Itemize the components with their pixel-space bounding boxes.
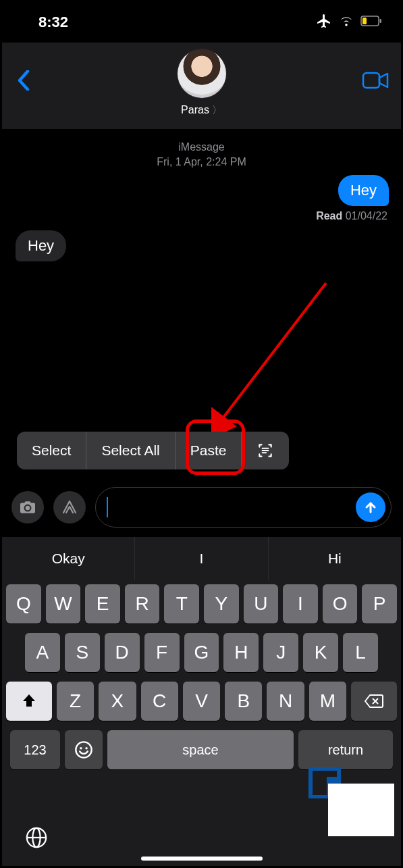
select-button[interactable]: Select bbox=[17, 432, 86, 469]
svg-rect-1 bbox=[362, 18, 367, 24]
key-v[interactable]: V bbox=[183, 682, 220, 721]
status-icons bbox=[316, 13, 382, 32]
text-cursor bbox=[107, 497, 108, 517]
return-key[interactable]: return bbox=[298, 730, 393, 769]
prediction-1[interactable]: Okay bbox=[2, 537, 135, 580]
contact-info[interactable]: Paras 〉 bbox=[2, 49, 401, 116]
read-receipt: Read 01/04/22 bbox=[316, 210, 387, 222]
watermark-box bbox=[328, 784, 394, 836]
numeric-key[interactable]: 123 bbox=[10, 730, 60, 769]
predictive-bar: Okay I Hi bbox=[2, 537, 401, 580]
paste-button[interactable]: Paste bbox=[176, 432, 242, 469]
app-drawer-button[interactable] bbox=[53, 491, 86, 524]
home-indicator[interactable] bbox=[141, 857, 263, 861]
key-row-3: Z X C V B N M bbox=[6, 682, 397, 721]
phone-screen: 8:32 Paras 〉 bbox=[0, 0, 403, 868]
key-t[interactable]: T bbox=[164, 584, 199, 623]
svg-rect-3 bbox=[363, 73, 379, 88]
key-m[interactable]: M bbox=[309, 682, 346, 721]
backspace-key[interactable] bbox=[351, 682, 397, 721]
key-b[interactable]: B bbox=[225, 682, 262, 721]
globe-icon[interactable] bbox=[25, 826, 48, 852]
key-n[interactable]: N bbox=[267, 682, 304, 721]
svg-rect-2 bbox=[380, 19, 382, 23]
keyboard: Okay I Hi Q W E R T Y U I O P A S D F bbox=[2, 537, 401, 866]
key-g[interactable]: G bbox=[184, 633, 219, 672]
key-d[interactable]: D bbox=[105, 633, 140, 672]
key-z[interactable]: Z bbox=[57, 682, 94, 721]
key-row-bottom: 123 space return bbox=[6, 730, 397, 769]
contact-name: Paras bbox=[181, 104, 209, 116]
send-button[interactable] bbox=[356, 492, 385, 522]
key-s[interactable]: S bbox=[65, 633, 100, 672]
chevron-right-icon: 〉 bbox=[212, 104, 222, 117]
svg-point-11 bbox=[76, 742, 91, 757]
key-j[interactable]: J bbox=[263, 633, 298, 672]
key-y[interactable]: Y bbox=[204, 584, 239, 623]
key-k[interactable]: K bbox=[303, 633, 338, 672]
key-u[interactable]: U bbox=[244, 584, 279, 623]
video-call-button[interactable] bbox=[359, 67, 392, 94]
key-w[interactable]: W bbox=[46, 584, 81, 623]
contact-name-row: Paras 〉 bbox=[181, 103, 222, 116]
key-row-2: A S D F G H J K L bbox=[6, 633, 397, 672]
svg-point-13 bbox=[85, 747, 87, 750]
key-i[interactable]: I bbox=[283, 584, 318, 623]
camera-button[interactable] bbox=[11, 491, 44, 524]
status-time: 8:32 bbox=[38, 14, 68, 31]
incoming-message-bubble[interactable]: Hey bbox=[16, 230, 66, 261]
shift-key[interactable] bbox=[6, 682, 52, 721]
svg-point-12 bbox=[80, 747, 82, 750]
key-e[interactable]: E bbox=[85, 584, 120, 623]
compose-bar bbox=[2, 478, 401, 537]
space-key[interactable]: space bbox=[107, 730, 294, 769]
prediction-3[interactable]: Hi bbox=[269, 537, 401, 580]
key-c[interactable]: C bbox=[141, 682, 178, 721]
key-r[interactable]: R bbox=[125, 584, 160, 623]
airplane-mode-icon bbox=[316, 13, 332, 32]
conversation-header: Paras 〉 bbox=[2, 43, 401, 129]
key-h[interactable]: H bbox=[223, 633, 259, 672]
text-edit-menu: Select Select All Paste bbox=[17, 432, 289, 469]
key-p[interactable]: P bbox=[362, 584, 397, 623]
key-o[interactable]: O bbox=[323, 584, 358, 623]
scan-text-button[interactable] bbox=[242, 432, 289, 469]
avatar bbox=[178, 49, 226, 98]
emoji-key[interactable] bbox=[65, 730, 103, 769]
battery-icon bbox=[360, 16, 382, 29]
key-a[interactable]: A bbox=[25, 633, 60, 672]
key-f[interactable]: F bbox=[144, 633, 180, 672]
message-input[interactable] bbox=[95, 487, 392, 528]
prediction-2[interactable]: I bbox=[135, 537, 268, 580]
status-bar: 8:32 bbox=[2, 2, 401, 43]
select-all-button[interactable]: Select All bbox=[86, 432, 175, 469]
wifi-icon bbox=[339, 15, 354, 30]
outgoing-message-bubble[interactable]: Hey bbox=[338, 175, 389, 206]
key-l[interactable]: L bbox=[343, 633, 378, 672]
key-x[interactable]: X bbox=[99, 682, 136, 721]
key-q[interactable]: Q bbox=[6, 584, 41, 623]
thread-timestamp: iMessage Fri, 1 Apr, 2:24 PM bbox=[2, 129, 401, 169]
key-row-1: Q W E R T Y U I O P bbox=[6, 584, 397, 623]
